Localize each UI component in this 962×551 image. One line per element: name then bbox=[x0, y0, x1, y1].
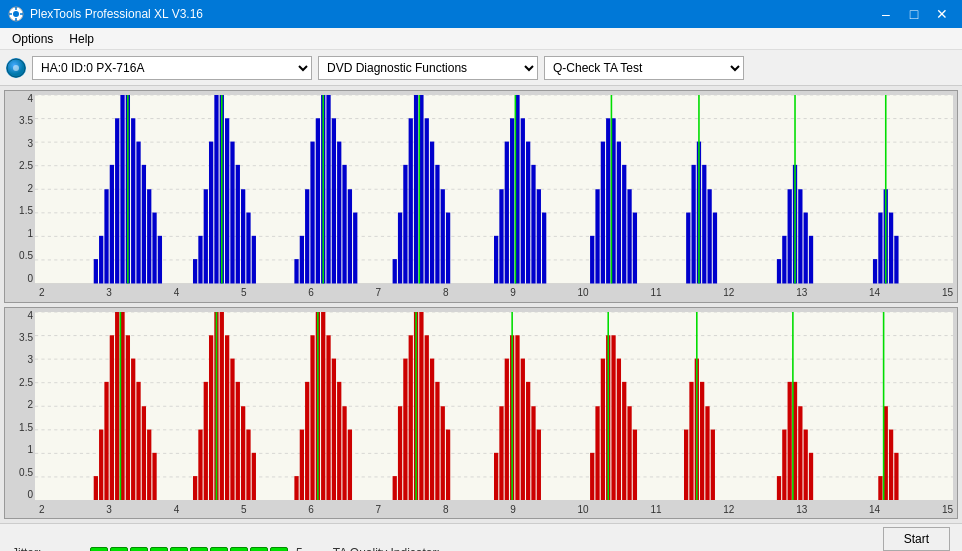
top-chart-plot bbox=[35, 95, 953, 284]
svg-rect-18 bbox=[120, 95, 124, 284]
svg-rect-51 bbox=[353, 213, 357, 284]
start-button[interactable]: Start bbox=[883, 527, 950, 551]
svg-rect-130 bbox=[198, 429, 202, 500]
svg-rect-138 bbox=[241, 406, 245, 500]
function-selector[interactable]: DVD Diagnostic Functions bbox=[318, 56, 538, 80]
svg-rect-147 bbox=[321, 312, 325, 501]
svg-rect-54 bbox=[398, 213, 402, 284]
svg-rect-49 bbox=[342, 165, 346, 284]
jitter-led-bar bbox=[90, 547, 288, 552]
svg-rect-198 bbox=[804, 429, 808, 500]
menu-help[interactable]: Help bbox=[61, 30, 102, 48]
svg-rect-181 bbox=[617, 358, 621, 500]
svg-rect-27 bbox=[193, 259, 197, 283]
svg-rect-17 bbox=[115, 118, 119, 283]
svg-rect-166 bbox=[494, 452, 498, 500]
app-icon bbox=[8, 6, 24, 22]
svg-rect-72 bbox=[531, 165, 535, 284]
ta-quality-label: TA Quality Indicator: bbox=[333, 546, 440, 552]
svg-rect-94 bbox=[782, 236, 786, 284]
svg-rect-120 bbox=[115, 312, 119, 501]
svg-rect-171 bbox=[521, 358, 525, 500]
svg-rect-91 bbox=[713, 213, 717, 284]
svg-rect-83 bbox=[627, 189, 631, 283]
svg-rect-203 bbox=[889, 429, 893, 500]
svg-rect-118 bbox=[104, 381, 108, 500]
top-chart-svg bbox=[35, 95, 953, 284]
svg-rect-190 bbox=[705, 406, 709, 500]
jitter-led-10 bbox=[270, 547, 288, 552]
svg-rect-155 bbox=[398, 406, 402, 500]
svg-rect-157 bbox=[409, 335, 413, 500]
minimize-button[interactable]: – bbox=[874, 5, 898, 23]
svg-rect-159 bbox=[419, 312, 423, 501]
svg-rect-47 bbox=[332, 118, 336, 283]
svg-rect-86 bbox=[686, 213, 690, 284]
svg-rect-187 bbox=[689, 381, 693, 500]
bottom-chart-x-labels: 2 3 4 5 6 7 8 9 10 11 12 13 14 15 bbox=[35, 500, 957, 518]
svg-rect-53 bbox=[393, 259, 397, 283]
svg-rect-199 bbox=[809, 452, 813, 500]
svg-rect-20 bbox=[131, 118, 135, 283]
svg-rect-131 bbox=[204, 381, 208, 500]
svg-rect-30 bbox=[209, 142, 213, 284]
bottom-panel: Jitter: 5 Peak Shift: bbox=[0, 523, 962, 551]
svg-rect-60 bbox=[430, 142, 434, 284]
svg-rect-31 bbox=[214, 95, 218, 284]
svg-rect-97 bbox=[798, 189, 802, 283]
svg-rect-99 bbox=[809, 236, 813, 284]
svg-rect-123 bbox=[131, 358, 135, 500]
svg-rect-151 bbox=[342, 406, 346, 500]
drive-selector[interactable]: HA:0 ID:0 PX-716A bbox=[32, 56, 312, 80]
svg-rect-189 bbox=[700, 381, 704, 500]
svg-rect-162 bbox=[435, 381, 439, 500]
svg-rect-164 bbox=[446, 429, 450, 500]
svg-rect-55 bbox=[403, 165, 407, 284]
jitter-value: 5 bbox=[296, 546, 303, 552]
svg-rect-197 bbox=[798, 406, 802, 500]
svg-rect-35 bbox=[236, 165, 240, 284]
svg-rect-161 bbox=[430, 358, 434, 500]
svg-rect-144 bbox=[305, 381, 309, 500]
svg-rect-137 bbox=[236, 381, 240, 500]
svg-rect-21 bbox=[136, 142, 140, 284]
svg-rect-50 bbox=[348, 189, 352, 283]
svg-rect-149 bbox=[332, 358, 336, 500]
top-chart: 4 3.5 3 2.5 2 1.5 1 0.5 0 bbox=[4, 90, 958, 303]
titlebar: PlexTools Professional XL V3.16 – □ ✕ bbox=[0, 0, 962, 28]
svg-rect-89 bbox=[702, 165, 706, 284]
svg-rect-84 bbox=[633, 213, 637, 284]
jitter-led-1 bbox=[90, 547, 108, 552]
svg-rect-62 bbox=[441, 189, 445, 283]
titlebar-controls: – □ ✕ bbox=[874, 5, 954, 23]
svg-rect-194 bbox=[782, 429, 786, 500]
svg-rect-29 bbox=[204, 189, 208, 283]
svg-rect-78 bbox=[601, 142, 605, 284]
drive-section bbox=[6, 58, 26, 78]
svg-rect-65 bbox=[494, 236, 498, 284]
top-chart-y-labels: 4 3.5 3 2.5 2 1.5 1 0.5 0 bbox=[5, 91, 35, 284]
svg-rect-33 bbox=[225, 118, 229, 283]
svg-rect-119 bbox=[110, 335, 114, 500]
drive-icon bbox=[6, 58, 26, 78]
svg-rect-143 bbox=[300, 429, 304, 500]
svg-rect-104 bbox=[889, 213, 893, 284]
svg-rect-82 bbox=[622, 165, 626, 284]
menu-options[interactable]: Options bbox=[4, 30, 61, 48]
mode-selector[interactable]: Q-Check TA Test bbox=[544, 56, 744, 80]
bottom-chart: 4 3.5 3 2.5 2 1.5 1 0.5 0 bbox=[4, 307, 958, 520]
svg-rect-81 bbox=[617, 142, 621, 284]
svg-rect-150 bbox=[337, 381, 341, 500]
maximize-button[interactable]: □ bbox=[902, 5, 926, 23]
svg-rect-15 bbox=[104, 189, 108, 283]
svg-rect-37 bbox=[246, 213, 250, 284]
close-button[interactable]: ✕ bbox=[930, 5, 954, 23]
svg-rect-129 bbox=[193, 476, 197, 500]
svg-rect-195 bbox=[788, 381, 792, 500]
svg-rect-77 bbox=[595, 189, 599, 283]
svg-rect-90 bbox=[707, 189, 711, 283]
svg-rect-152 bbox=[348, 429, 352, 500]
bottom-chart-y-labels: 4 3.5 3 2.5 2 1.5 1 0.5 0 bbox=[5, 308, 35, 501]
svg-rect-184 bbox=[633, 429, 637, 500]
svg-rect-117 bbox=[99, 429, 103, 500]
